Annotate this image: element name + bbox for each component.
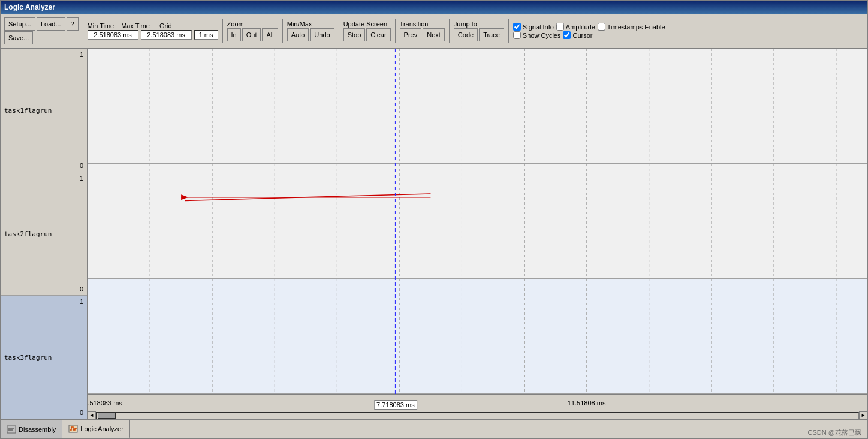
stop-button[interactable]: Stop	[343, 28, 366, 41]
cursor-group: Cursor	[563, 31, 592, 39]
clear-button[interactable]: Clear	[366, 28, 390, 41]
grid-value[interactable]: 1 ms	[194, 30, 218, 40]
sep1	[83, 19, 83, 43]
code-button[interactable]: Code	[454, 28, 478, 41]
timestamps-group: Timestamps Enable	[598, 23, 665, 31]
sep7	[508, 19, 509, 43]
update-screen-label: Update Screen	[343, 20, 387, 28]
show-cycles-group: Show Cycles	[513, 31, 561, 39]
signal-row-3: 1 task3flagrun 0	[1, 296, 87, 419]
time-axis: 2.518083 ms 7.718083 ms 11.51808 ms	[88, 394, 867, 411]
waveform-row-2	[88, 164, 867, 279]
prev-button[interactable]: Prev	[400, 28, 422, 41]
sep2	[222, 19, 223, 43]
min-time-value[interactable]: 2.518083 ms	[88, 30, 138, 40]
sep5	[395, 19, 396, 43]
zoom-in-button[interactable]: In	[227, 28, 241, 41]
signal-1-high-label: 1	[80, 51, 83, 58]
transition-label: Transition	[400, 20, 429, 28]
jumpto-group: Jump to Code Trace	[453, 20, 505, 41]
undo-button[interactable]: Undo	[310, 28, 334, 41]
signal-3-low-label: 0	[80, 409, 83, 416]
zoom-out-button[interactable]: Out	[242, 28, 261, 41]
sep4	[339, 19, 339, 43]
auto-button[interactable]: Auto	[287, 28, 309, 41]
trace-button[interactable]: Trace	[479, 28, 504, 41]
signal-2-low-label: 0	[80, 285, 83, 293]
signal-row-2: 1 task2flagrun 0	[1, 172, 87, 296]
cursor-label: Cursor	[572, 32, 592, 39]
zoom-all-button[interactable]: All	[262, 28, 278, 41]
scroll-left-button[interactable]: ◄	[88, 411, 96, 420]
waveform-container: 2.518083 ms 7.718083 ms 11.51808 ms ◄ ►	[88, 49, 867, 419]
waveform-row-3	[88, 279, 867, 394]
waveform-row-1	[88, 49, 867, 164]
update-group: Update Screen Stop Clear	[342, 20, 392, 41]
main-area: 1 task1flagrun 0 1 task2flagrun 0 1 task…	[1, 49, 867, 419]
minmax-group: Min/Max Auto Undo	[286, 20, 336, 41]
amplitude-group: Amplitude	[556, 23, 595, 31]
minmax-label: Min/Max	[287, 20, 312, 28]
time-left-label: 2.518083 ms	[88, 399, 122, 407]
scroll-right-button[interactable]: ►	[859, 411, 867, 420]
signal-3-name: task3flagrun	[1, 353, 52, 362]
time-right-label: 11.51808 ms	[568, 399, 606, 407]
max-time-label: Max Time	[121, 22, 150, 29]
file-group: Setup... Load... ? Save...	[3, 17, 80, 44]
grid-label: Grid	[159, 22, 172, 29]
help-button[interactable]: ?	[67, 17, 79, 31]
cursor-time-label: 7.718083 ms	[374, 400, 417, 410]
zoom-label: Zoom	[227, 20, 244, 28]
signal-1-name: task1flagrun	[1, 106, 52, 115]
amplitude-label: Amplitude	[566, 23, 595, 31]
max-time-value[interactable]: 2.518083 ms	[141, 30, 192, 40]
timestamps-checkbox[interactable]	[598, 23, 605, 31]
signal-3-high-label: 1	[80, 298, 83, 305]
scroll-track[interactable]	[96, 412, 859, 419]
tab-logic-analyzer[interactable]: Logic Analyzer	[62, 420, 130, 438]
next-button[interactable]: Next	[423, 28, 445, 41]
watermark: CSDN @花落已飘	[808, 428, 861, 437]
bottom-bar: Disassembly Logic Analyzer CSDN @花落已飘	[1, 419, 867, 438]
zoom-group: Zoom In Out All	[226, 20, 279, 41]
waveform-rows	[88, 49, 867, 394]
signal-info-label: Signal Info	[523, 23, 554, 31]
toolbar: Setup... Load... ? Save... Min Time Max …	[1, 14, 867, 49]
sep6	[449, 19, 450, 43]
title-bar: Logic Analyzer	[1, 1, 867, 14]
show-cycles-label: Show Cycles	[523, 32, 561, 39]
signal-info-group: Signal Info	[513, 23, 554, 31]
signal-2-name: task2flagrun	[1, 229, 52, 238]
tab-logic-analyzer-label: Logic Analyzer	[80, 425, 123, 432]
logic-analyzer-icon	[68, 424, 78, 434]
main-window: Logic Analyzer Setup... Load... ? Save..…	[0, 0, 868, 439]
scrollbar[interactable]: ◄ ►	[88, 411, 867, 419]
tab-disassembly[interactable]: Disassembly	[1, 420, 62, 438]
sep3	[282, 19, 283, 43]
signal-2-high-label: 1	[80, 175, 83, 182]
show-cycles-checkbox[interactable]	[513, 31, 521, 39]
setup-button[interactable]: Setup...	[4, 17, 35, 31]
timestamps-label: Timestamps Enable	[607, 23, 665, 31]
disassembly-icon	[7, 425, 16, 434]
svg-rect-16	[7, 426, 16, 433]
transition-group: Transition Prev Next	[399, 20, 446, 41]
cursor-checkbox[interactable]	[563, 31, 571, 39]
load-button[interactable]: Load...	[37, 17, 65, 31]
save-button[interactable]: Save...	[4, 31, 33, 44]
signal-row-1: 1 task1flagrun 0	[1, 49, 87, 172]
signal-panel: 1 task1flagrun 0 1 task2flagrun 0 1 task…	[1, 49, 88, 419]
jump-to-label: Jump to	[454, 20, 477, 28]
tab-disassembly-label: Disassembly	[19, 426, 56, 433]
signal-info-checkbox[interactable]	[513, 23, 521, 31]
scroll-thumb[interactable]	[98, 413, 116, 419]
time-group: Min Time Max Time Grid 2.518083 ms 2.518…	[86, 22, 219, 40]
window-title: Logic Analyzer	[4, 3, 55, 11]
min-time-label: Min Time	[88, 22, 114, 29]
amplitude-checkbox[interactable]	[556, 23, 564, 31]
options-group: Signal Info Amplitude Timestamps Enable …	[512, 23, 667, 39]
signal-1-low-label: 0	[80, 162, 83, 169]
waveform-area[interactable]	[88, 49, 867, 394]
